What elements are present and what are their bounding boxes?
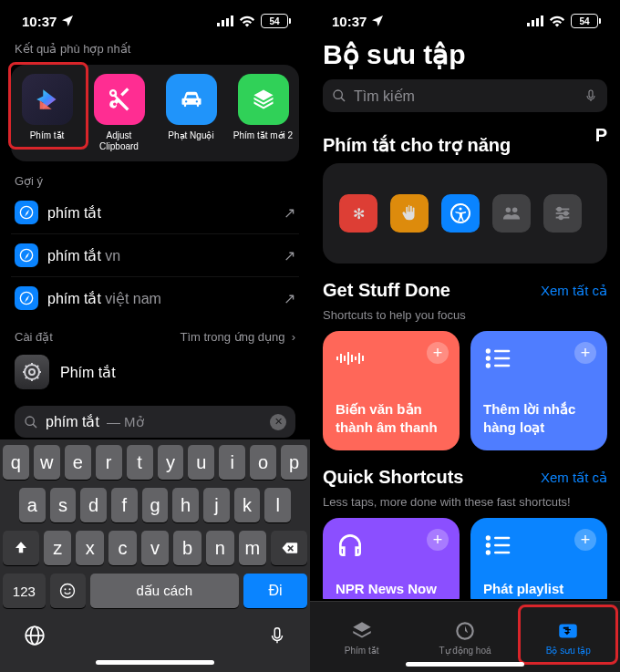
- key-a[interactable]: a: [19, 488, 46, 522]
- add-button[interactable]: +: [427, 342, 449, 364]
- key-space[interactable]: dấu cách: [90, 574, 239, 608]
- see-all-link[interactable]: Xem tất cả: [541, 470, 607, 486]
- settings-item[interactable]: Phím tắt: [11, 351, 299, 393]
- section-accessibility-title: Phím tắt cho trợ năng: [323, 134, 511, 156]
- svg-point-51: [486, 348, 491, 353]
- mic-icon[interactable]: [267, 624, 287, 647]
- phone-right-gallery: 10:37 54 Bộ sưu tập Tìm kiếm Phím tắt ch…: [310, 0, 620, 672]
- wifi-icon: [549, 16, 565, 27]
- search-icon: [24, 415, 38, 429]
- app-label: Phím tắt: [30, 130, 65, 141]
- suggestion-row[interactable]: phím tắt việt nam ↗: [11, 276, 299, 319]
- key-123[interactable]: 123: [3, 574, 46, 608]
- battery-icon: 54: [261, 14, 288, 28]
- location-icon: [370, 14, 385, 28]
- key-m[interactable]: m: [239, 531, 267, 565]
- section-quick-shortcuts-title: Quick Shortcuts: [323, 467, 463, 488]
- key-f[interactable]: f: [111, 488, 138, 522]
- app-shortcuts[interactable]: Phím tắt: [16, 74, 78, 152]
- card-add-reminders[interactable]: + Thêm lời nhắc hàng loạt: [470, 331, 607, 450]
- mic-icon[interactable]: [584, 87, 598, 105]
- keyboard: qwertyuiop asdfghjkl zxcvbnm 123 dấu các…: [0, 439, 310, 672]
- tab-gallery[interactable]: + Bộ sưu tập: [517, 602, 620, 672]
- suggestion-row[interactable]: phím tắt vn ↗: [11, 233, 299, 276]
- key-h[interactable]: h: [172, 488, 199, 522]
- key-z[interactable]: z: [44, 531, 72, 565]
- key-c[interactable]: c: [108, 531, 137, 565]
- status-bar: 10:37 54: [0, 0, 310, 36]
- key-u[interactable]: u: [188, 445, 214, 480]
- key-n[interactable]: n: [206, 531, 234, 565]
- key-y[interactable]: y: [158, 445, 184, 480]
- svg-point-8: [29, 369, 35, 375]
- svg-point-41: [564, 212, 568, 215]
- card-label: Biến văn bản thành âm thanh: [336, 400, 447, 436]
- suggestion-text: phím tắt vn: [47, 247, 274, 264]
- see-all-link[interactable]: Xem tất cả: [541, 283, 607, 299]
- suggestion-text: phím tắt: [47, 204, 274, 222]
- status-time: 10:37: [332, 14, 367, 29]
- hand-icon: [390, 194, 429, 233]
- settings-hint-label[interactable]: Tìm trong ứng dụng ›: [180, 330, 295, 344]
- key-i[interactable]: i: [219, 445, 245, 480]
- svg-rect-52: [494, 350, 510, 353]
- status-bar: 10:37 54: [310, 0, 620, 36]
- settings-gear-icon: [15, 355, 49, 389]
- key-k[interactable]: k: [234, 488, 261, 522]
- key-emoji[interactable]: [50, 574, 86, 608]
- tab-label: Tự động hoá: [439, 646, 491, 656]
- key-v[interactable]: v: [141, 531, 170, 565]
- accessibility-card[interactable]: ✻: [323, 163, 607, 264]
- svg-point-53: [486, 356, 491, 360]
- home-indicator[interactable]: [96, 660, 214, 665]
- svg-point-61: [486, 550, 491, 554]
- key-shift[interactable]: [3, 531, 39, 565]
- key-e[interactable]: e: [65, 445, 91, 480]
- key-g[interactable]: g: [142, 488, 169, 522]
- app-phim-tat-moi-2[interactable]: Phím tắt mới 2: [232, 74, 294, 152]
- svg-rect-60: [494, 544, 510, 547]
- key-w[interactable]: w: [34, 445, 60, 480]
- card-text-to-audio[interactable]: + Biến văn bản thành âm thanh: [323, 331, 460, 450]
- card-label: Phát playlist: [483, 580, 594, 598]
- tab-bar: Phím tắt Tự động hoá + Bộ sưu tập: [310, 601, 620, 672]
- key-o[interactable]: o: [250, 445, 276, 480]
- svg-rect-56: [494, 365, 510, 367]
- key-q[interactable]: q: [3, 445, 29, 480]
- key-t[interactable]: t: [127, 445, 153, 480]
- key-b[interactable]: b: [173, 531, 202, 565]
- search-input[interactable]: Tìm kiếm: [323, 79, 607, 112]
- key-go[interactable]: Đi: [243, 574, 307, 608]
- suggestions-label: Gợi ý: [15, 174, 295, 188]
- key-s[interactable]: s: [50, 488, 77, 522]
- arrow-upleft-icon: ↗: [284, 204, 295, 222]
- top-results-card: Phím tắt Adjust Clipboard Phạt Nguội Phí…: [11, 65, 299, 161]
- search-input[interactable]: phím tắt — Mở ✕: [15, 406, 295, 438]
- key-d[interactable]: d: [80, 488, 107, 522]
- key-x[interactable]: x: [76, 531, 104, 565]
- arrow-upleft-icon: ↗: [284, 247, 295, 264]
- add-button[interactable]: +: [574, 342, 596, 364]
- key-row-4: 123 dấu cách Đi: [3, 574, 307, 608]
- clear-button[interactable]: ✕: [270, 414, 286, 430]
- key-r[interactable]: r: [96, 445, 122, 480]
- waveform-icon: [336, 344, 365, 373]
- key-l[interactable]: l: [264, 488, 291, 522]
- add-button[interactable]: +: [574, 529, 596, 551]
- app-phat-nguoi[interactable]: Phạt Nguội: [160, 74, 222, 152]
- key-p[interactable]: p: [281, 445, 307, 480]
- tab-shortcuts[interactable]: Phím tắt: [310, 602, 413, 672]
- home-indicator[interactable]: [406, 662, 524, 667]
- svg-text:+: +: [565, 624, 572, 636]
- svg-rect-25: [274, 628, 280, 638]
- results-label: Kết quả phù hợp nhất: [15, 42, 295, 56]
- card-label: NPR News Now: [336, 580, 447, 598]
- key-backspace[interactable]: [271, 531, 307, 565]
- add-button[interactable]: +: [427, 529, 449, 551]
- key-j[interactable]: j: [203, 488, 230, 522]
- app-adjust-clipboard[interactable]: Adjust Clipboard: [88, 74, 150, 152]
- suggestion-row[interactable]: phím tắt ↗: [11, 191, 299, 233]
- card-play-playlist[interactable]: + Phát playlist: [470, 518, 607, 599]
- globe-icon[interactable]: [23, 624, 46, 647]
- card-npr-news[interactable]: + NPR News Now: [323, 518, 460, 599]
